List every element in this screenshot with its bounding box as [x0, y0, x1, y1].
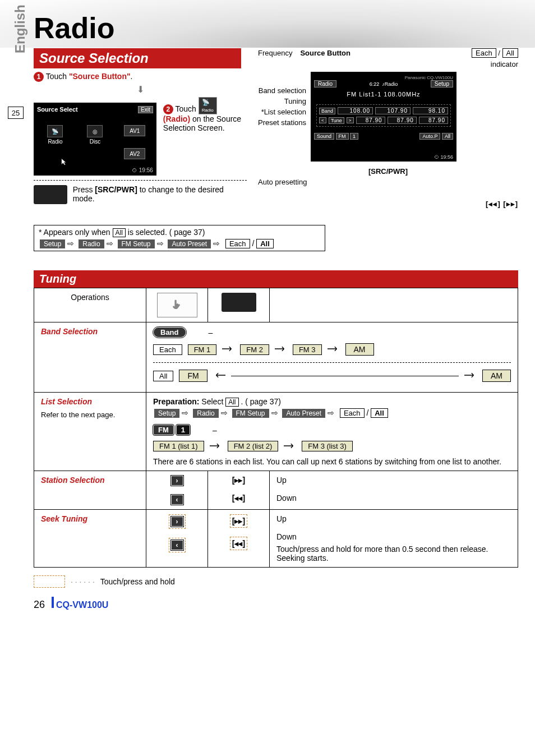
each-label: Each [472, 48, 496, 58]
preset-6[interactable]: 87.90 [419, 117, 448, 124]
remote-next-hold-button[interactable]: [▸▸] [232, 517, 245, 525]
sound-button[interactable]: Sound [314, 133, 334, 140]
arrow-icon [222, 345, 234, 354]
remote-prev-button[interactable]: [◂◂] [232, 494, 245, 503]
all-box: All [153, 371, 173, 381]
tuning-label: Tuning [258, 97, 306, 105]
band-selection-rowlabel: Band Selection [41, 327, 98, 336]
legend-swatch [34, 575, 65, 588]
touch-next-button[interactable]: › [171, 476, 183, 486]
exit-button[interactable]: Exit [138, 106, 153, 113]
note-icon: ♪Radio [382, 81, 398, 87]
station-up: Up [276, 476, 511, 485]
fm-num-chip[interactable]: 1 [350, 133, 358, 140]
band-pill-button[interactable]: Band [153, 327, 186, 338]
arrow-icon [210, 442, 222, 451]
preset-4[interactable]: 87.90 [356, 117, 385, 124]
footnote-suffix: is selected. ( page 37) [128, 228, 205, 237]
radio-subheader: FM List1-1 108.00MHz [314, 91, 453, 98]
tune-next-button[interactable]: > [347, 117, 354, 123]
srcpwr-label: [SRC/PWR] [258, 167, 518, 176]
tuning-header: Tuning [34, 270, 518, 288]
fm2-list-box: FM 2 (list 2) [228, 441, 279, 451]
setup-button[interactable]: Setup [431, 80, 453, 87]
tune-prev-button[interactable]: < [319, 117, 326, 123]
remote-prev-hold-button[interactable]: [◂◂] [232, 539, 245, 548]
radio-icon[interactable]: 📡 [47, 125, 63, 137]
av2-button[interactable]: AV2 [124, 148, 145, 159]
av1-button[interactable]: AV1 [124, 125, 145, 136]
hold-indicator: [▸▸] [230, 514, 247, 528]
prep-tail: Select [201, 397, 225, 406]
touch-next-hold-button[interactable]: › [171, 517, 183, 527]
tune-button[interactable]: Tune [329, 117, 344, 124]
disc-label: Disc [90, 139, 100, 145]
antenna-icon-button[interactable]: 📡Radio [199, 97, 217, 114]
fm2-box: FM 2 [240, 344, 269, 355]
radio-title-button[interactable]: Radio [314, 80, 336, 87]
list-selection-sub: Refer to the next page. [41, 411, 139, 419]
list-selection-label: *List selection [258, 108, 306, 116]
model-label: CQ-VW100U [427, 75, 453, 80]
arrow-icon [464, 371, 477, 380]
hold-indicator: › [169, 514, 186, 529]
chip-setup: Setup [40, 239, 65, 248]
step1-suffix: . [131, 72, 133, 81]
band-button[interactable]: Band [319, 108, 335, 114]
auto-presetting-label: Auto presetting [258, 178, 518, 186]
list-selection-row: List Selection Refer to the next page. P… [34, 393, 518, 471]
fm-box: FM [179, 370, 207, 382]
footnote-prefix: * Appears only when [39, 228, 113, 237]
band-dash: – [209, 328, 213, 337]
list-chip-fmsetup: FM Setup [232, 409, 269, 418]
brand-label: Panasonic [405, 75, 426, 80]
footnote-each: Each [225, 239, 250, 248]
touch-prev-hold-button[interactable]: ‹ [171, 540, 183, 550]
source-screen-title: Source Select [37, 106, 153, 113]
preset-1[interactable]: 108.00 [338, 107, 373, 114]
fm3-box: FM 3 [293, 344, 322, 355]
operations-header: Operations [34, 288, 146, 322]
station-selection-row: Station Selection › ‹ [▸▸] [◂◂] Up Down [34, 471, 518, 510]
arrow-icon [328, 345, 340, 354]
station-selection-rowlabel: Station Selection [41, 476, 105, 485]
list-all: All [371, 408, 388, 418]
step1-bold: "Source Button" [69, 72, 131, 81]
touch-cursor-icon [61, 158, 68, 165]
down-arrow-icon: ⬇ [34, 84, 247, 95]
preset-3[interactable]: 98.10 [413, 107, 448, 114]
arrow-icon [284, 442, 296, 451]
arrow-icon [275, 345, 287, 354]
remote-next-button[interactable]: [▸▸] [232, 476, 245, 485]
footnote-all: All [113, 228, 126, 237]
one-pill[interactable]: 1 [176, 425, 190, 435]
seek-note: Touch/press and hold for more than 0.5 s… [276, 545, 511, 563]
fm-chip[interactable]: FM [336, 133, 349, 140]
prep-bold: Preparation: [153, 397, 199, 406]
seek-down: Down [276, 532, 511, 541]
list-chip-autopreset: Auto Preset [282, 409, 325, 418]
disc-icon[interactable]: ◎ [87, 125, 103, 137]
step2-badge: 2 [163, 104, 173, 114]
radio-screen: Panasonic CQ-VW100U Radio 6:22 ♪Radio Se… [311, 72, 456, 162]
arrow-left-icon [213, 371, 225, 380]
each-box: Each [153, 344, 182, 355]
touch-column-icon [157, 293, 197, 317]
footnote-all-2: All [256, 239, 274, 248]
autop-button[interactable]: Auto.P [419, 133, 440, 140]
legend-text: Touch/press and hold [100, 577, 175, 586]
screen-clock: ⏲ 19:56 [132, 167, 153, 173]
language-tab: English [12, 4, 28, 53]
touch-prev-button[interactable]: ‹ [171, 495, 183, 505]
fm-pill[interactable]: FM [153, 425, 174, 435]
hold-indicator: ‹ [169, 538, 186, 552]
radio-label: Radio [48, 139, 62, 145]
preset-2[interactable]: 107.90 [375, 107, 411, 114]
step1-badge: 1 [34, 72, 44, 82]
prep-ref: . ( page 37) [241, 397, 281, 406]
preset-5[interactable]: 87.90 [388, 117, 417, 124]
model-number: CQ-VW100U [56, 600, 108, 610]
list-chip-setup: Setup [154, 409, 179, 418]
chip-radio: Radio [79, 239, 104, 248]
preset-stations-label: Preset stations [258, 118, 306, 127]
